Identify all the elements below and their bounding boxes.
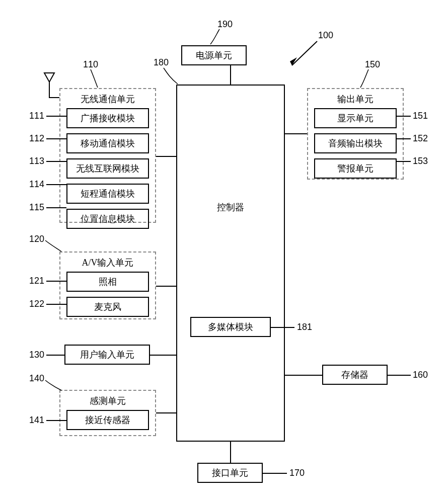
ref-170: 170	[289, 468, 305, 478]
output-title: 输出单元	[308, 89, 403, 108]
proximity-sensor: 接近传感器	[66, 410, 149, 430]
output-unit-block: 输出单元 显示单元 音频输出模块 警报单元	[307, 88, 404, 180]
user-input-block: 用户输入单元	[64, 345, 150, 365]
ref-130: 130	[29, 350, 44, 360]
short-range-module: 短程通信模块	[66, 184, 149, 204]
ref-115: 115	[29, 202, 44, 213]
location-info-module: 位置信息模块	[66, 209, 149, 229]
ref-111: 111	[29, 111, 44, 121]
power-unit-block: 电源单元	[181, 45, 247, 65]
ref-121: 121	[29, 276, 44, 286]
user-input-label: 用户输入单元	[80, 349, 134, 361]
av-input-title: A/V输入单元	[60, 253, 155, 272]
sensing-unit-block: 感测单元 接近传感器	[59, 390, 156, 436]
antenna-icon	[44, 73, 59, 98]
ref-114: 114	[29, 179, 44, 190]
leader-190	[210, 29, 226, 45]
ref-112: 112	[29, 133, 44, 144]
display-unit: 显示单元	[314, 108, 397, 128]
ref-110: 110	[83, 59, 98, 70]
wireless-title: 无线通信单元	[60, 89, 155, 108]
sensing-title: 感测单元	[60, 391, 155, 410]
ref-122: 122	[29, 299, 44, 309]
memory-label: 存储器	[341, 369, 368, 381]
ref-120: 120	[29, 234, 44, 244]
ref-180: 180	[154, 57, 169, 68]
leader-110	[91, 69, 106, 89]
ref-140: 140	[29, 373, 44, 384]
ref-141: 141	[29, 415, 44, 426]
interface-unit-block: 接口单元	[197, 463, 263, 483]
multimedia-label: 多媒体模块	[208, 321, 253, 333]
ref-153: 153	[413, 156, 428, 166]
memory-block: 存储器	[322, 365, 388, 385]
camera-module: 照相	[66, 272, 149, 292]
ref-113: 113	[29, 156, 44, 166]
ref-181: 181	[297, 322, 312, 332]
interface-label: 接口单元	[212, 467, 248, 479]
leader-180	[164, 68, 181, 86]
multimedia-block: 多媒体模块	[190, 317, 271, 337]
mobile-comm-module: 移动通信模块	[66, 133, 149, 153]
av-input-block: A/V输入单元 照相 麦克风	[59, 252, 156, 319]
wireless-unit-block: 无线通信单元 广播接收模块 移动通信模块 无线互联网模块 短程通信模块 位置信息…	[59, 88, 156, 223]
ref-160: 160	[413, 370, 428, 380]
controller-block: 控制器	[176, 85, 285, 442]
ref-151: 151	[413, 111, 428, 121]
microphone-module: 麦克风	[66, 297, 149, 317]
wireless-internet-module: 无线互联网模块	[66, 158, 149, 179]
leader-140	[45, 380, 63, 393]
controller-label: 控制器	[217, 201, 244, 213]
broadcast-module: 广播接收模块	[66, 108, 149, 128]
audio-output-module: 音频输出模块	[314, 133, 397, 153]
leader-120	[45, 240, 63, 255]
ref-190: 190	[217, 19, 233, 30]
arrow-100	[287, 41, 322, 71]
alarm-unit: 警报单元	[314, 158, 397, 179]
ref-150: 150	[365, 59, 380, 70]
leader-150	[358, 69, 374, 89]
power-unit-label: 电源单元	[196, 49, 232, 61]
ref-100: 100	[318, 30, 333, 41]
ref-152: 152	[413, 133, 428, 144]
